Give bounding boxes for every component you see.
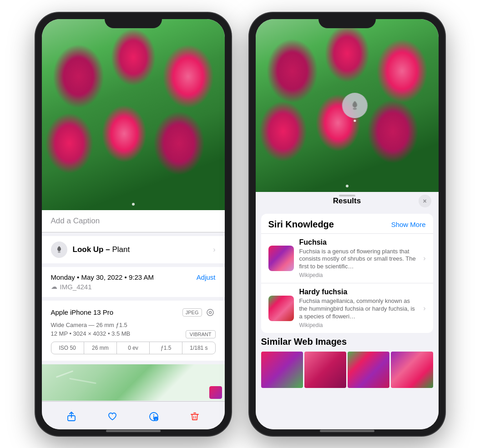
siri-knowledge-title: Siri Knowledge xyxy=(268,219,334,230)
similar-section: Similar Web Images xyxy=(261,337,433,388)
right-phone-screen: Results × Siri Knowledge Show More Fuchs… xyxy=(256,19,439,429)
camera-detail-row2: 12 MP • 3024 × 4032 • 3.5 MB VIBRANT xyxy=(51,330,216,339)
hardy-name: Hardy fuchsia xyxy=(299,288,418,296)
svg-text:i: i xyxy=(156,418,157,421)
exif-mm: 26 mm xyxy=(84,342,117,354)
camera-detail-2: 12 MP • 3024 × 4032 • 3.5 MB xyxy=(51,330,131,337)
visual-ai-dot xyxy=(354,120,356,122)
right-photo-dot xyxy=(346,185,349,187)
camera-detail-1: Wide Camera — 26 mm ƒ1.5 xyxy=(51,322,216,328)
siri-knowledge-header: Siri Knowledge Show More xyxy=(261,214,433,233)
exif-shutter: 1/181 s xyxy=(182,342,215,354)
knowledge-item-hardy[interactable]: Hardy fuchsia Fuchsia magellanica, commo… xyxy=(261,283,433,333)
phone-notch xyxy=(105,13,162,28)
toolbar: i xyxy=(42,401,225,429)
camera-section: Apple iPhone 13 Pro JPEG Wide Camera — 2… xyxy=(42,301,225,361)
map-preview[interactable] xyxy=(42,364,225,401)
right-phone: Results × Siri Knowledge Show More Fuchs… xyxy=(249,13,445,436)
camera-model: Apple iPhone 13 Pro xyxy=(51,308,114,316)
right-phone-notch xyxy=(318,13,376,28)
heart-button[interactable] xyxy=(103,408,121,426)
info-button[interactable]: i xyxy=(145,408,163,426)
right-photo-area[interactable] xyxy=(256,19,439,192)
results-title: Results xyxy=(333,196,361,206)
adjust-button[interactable]: Adjust xyxy=(197,273,216,281)
fuchsia-chevron-icon: › xyxy=(423,254,425,262)
visual-intelligence-button[interactable] xyxy=(342,93,367,118)
svg-point-5 xyxy=(153,414,154,415)
hardy-source: Wikipedia xyxy=(299,322,418,328)
photo-area[interactable] xyxy=(42,19,225,210)
results-panel: Results × Siri Knowledge Show More Fuchs… xyxy=(256,192,439,429)
cloud-icon: ☁ xyxy=(51,283,57,290)
fuchsia-description: Fuchsia is a genus of flowering plants t… xyxy=(299,248,418,271)
siri-knowledge-section: Siri Knowledge Show More Fuchsia Fuchsia… xyxy=(261,214,433,333)
map-thumb xyxy=(209,386,222,399)
trash-button[interactable] xyxy=(186,408,204,426)
exif-ev: 0 ev xyxy=(117,342,150,354)
exif-iso: ISO 50 xyxy=(51,342,84,354)
lookup-chevron-icon: › xyxy=(213,246,215,254)
svg-point-0 xyxy=(58,251,61,253)
gear-icon[interactable] xyxy=(205,307,216,318)
fuchsia-content: Fuchsia Fuchsia is a genus of flowering … xyxy=(299,238,418,279)
similar-grid xyxy=(261,352,433,388)
info-section: Add a Caption Look Up – Plant › Mon xyxy=(42,210,225,401)
left-phone-screen: Add a Caption Look Up – Plant › Mon xyxy=(42,19,225,429)
photo-dot-indicator xyxy=(132,203,135,206)
meta-date-row: Monday • May 30, 2022 • 9:23 AM Adjust xyxy=(51,273,216,281)
knowledge-item-fuchsia[interactable]: Fuchsia Fuchsia is a genus of flowering … xyxy=(261,233,433,283)
similar-image-1[interactable] xyxy=(261,352,303,388)
svg-point-1 xyxy=(207,309,213,316)
similar-image-3[interactable] xyxy=(348,352,389,388)
home-indicator xyxy=(106,430,161,432)
exif-aperture: ƒ1.5 xyxy=(150,342,182,354)
hardy-thumbnail xyxy=(268,296,294,321)
right-home-indicator xyxy=(320,430,374,432)
similar-image-2[interactable] xyxy=(304,352,346,388)
meta-filename-row: ☁ IMG_4241 xyxy=(51,283,216,291)
flower-photo xyxy=(42,19,225,210)
results-header: Results × xyxy=(256,192,439,210)
fuchsia-name: Fuchsia xyxy=(299,238,418,247)
share-button[interactable] xyxy=(62,408,81,426)
lookup-label: Look Up – Plant xyxy=(73,245,130,254)
caption-area[interactable]: Add a Caption xyxy=(42,210,225,232)
caption-placeholder: Add a Caption xyxy=(51,216,100,225)
meta-section: Monday • May 30, 2022 • 9:23 AM Adjust ☁… xyxy=(42,267,225,297)
vibrant-badge: VIBRANT xyxy=(186,330,216,338)
show-more-button[interactable]: Show More xyxy=(391,221,426,228)
camera-header: Apple iPhone 13 Pro JPEG xyxy=(51,307,216,318)
hardy-chevron-icon: › xyxy=(423,304,425,312)
hardy-content: Hardy fuchsia Fuchsia magellanica, commo… xyxy=(299,288,418,328)
fuchsia-source: Wikipedia xyxy=(299,272,418,278)
camera-badges: JPEG xyxy=(182,307,216,318)
hardy-description: Fuchsia magellanica, commonly known as t… xyxy=(299,297,418,321)
meta-date: Monday • May 30, 2022 • 9:23 AM xyxy=(51,273,154,281)
similar-title: Similar Web Images xyxy=(261,337,433,347)
drag-handle[interactable] xyxy=(339,195,355,196)
lookup-row[interactable]: Look Up – Plant › xyxy=(42,236,225,263)
lookup-icon xyxy=(51,242,67,258)
svg-point-2 xyxy=(209,311,211,313)
svg-point-8 xyxy=(353,107,356,110)
exif-row: ISO 50 26 mm 0 ev ƒ1.5 1/181 s xyxy=(51,342,216,354)
fuchsia-thumbnail xyxy=(268,246,294,271)
meta-filename: IMG_4241 xyxy=(60,283,92,291)
left-phone: Add a Caption Look Up – Plant › Mon xyxy=(35,13,231,436)
similar-image-4[interactable] xyxy=(391,352,433,388)
close-button[interactable]: × xyxy=(419,195,431,207)
format-badge: JPEG xyxy=(182,308,202,317)
